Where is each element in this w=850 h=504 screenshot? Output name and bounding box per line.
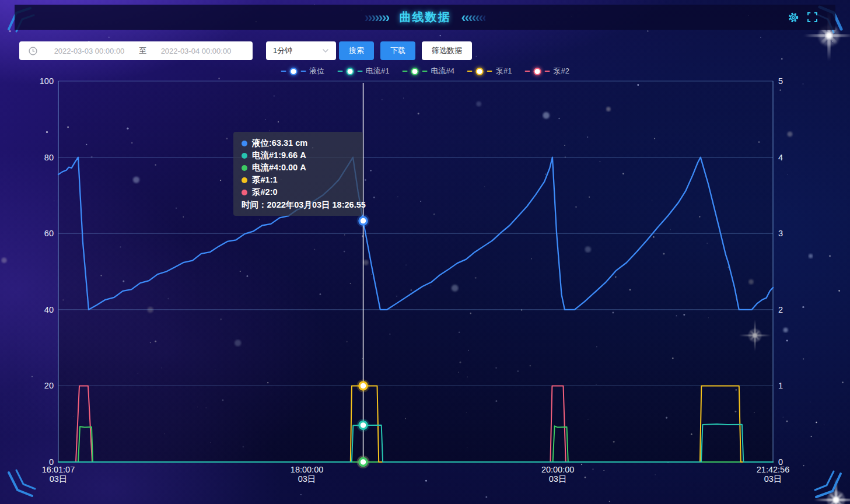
legend-label: 电流#1 <box>366 66 389 76</box>
chart-tooltip: 液位:63.31 cm 电流#1:9.66 A 电流#4:0.00 A 泵#1:… <box>233 132 363 216</box>
star <box>86 144 87 145</box>
legend-item-current-4[interactable]: 电流#4 <box>403 66 454 76</box>
star <box>54 201 55 202</box>
star <box>758 141 760 143</box>
star <box>600 161 601 162</box>
star <box>592 468 593 470</box>
left-axis-tick-label: 20 <box>44 381 54 390</box>
star <box>90 156 92 158</box>
star <box>206 407 207 408</box>
legend-label: 液位 <box>309 66 324 76</box>
x-axis-time-label: 16:01:07 <box>42 465 75 474</box>
star <box>164 433 165 434</box>
legend-item-pump-2[interactable]: 泵#2 <box>524 66 569 76</box>
tooltip-value: 泵#2:0 <box>252 187 278 198</box>
star <box>420 201 421 202</box>
star <box>653 236 655 238</box>
star <box>485 496 487 498</box>
date-range-separator: 至 <box>139 46 146 56</box>
right-axis-tick-label: 1 <box>778 381 783 390</box>
star <box>581 464 582 465</box>
star <box>779 90 781 91</box>
star <box>811 436 812 437</box>
legend-item-pump-1[interactable]: 泵#1 <box>467 66 512 76</box>
star <box>109 37 110 38</box>
legend-item-current-1[interactable]: 电流#1 <box>337 66 389 76</box>
star <box>259 219 260 219</box>
star <box>655 474 655 475</box>
crosshair-marker-halo <box>357 456 370 468</box>
star <box>786 421 788 422</box>
download-button[interactable]: 下载 <box>380 41 415 60</box>
legend-marker <box>533 68 541 75</box>
chart-legend: 液位 电流#1 电流#4 泵#1 泵#2 <box>281 66 569 76</box>
star <box>220 318 222 320</box>
search-button[interactable]: 搜索 <box>339 41 374 60</box>
right-axis-tick-label: 4 <box>778 153 783 162</box>
star-glow <box>809 254 813 258</box>
star <box>458 372 459 373</box>
end-datetime-input[interactable] <box>151 46 241 56</box>
star <box>803 358 804 359</box>
star <box>670 229 671 230</box>
star <box>405 86 406 86</box>
star <box>824 425 824 425</box>
star-glow <box>148 307 153 313</box>
interval-select[interactable]: 1分钟 <box>266 41 336 60</box>
start-datetime-input[interactable] <box>44 46 134 56</box>
gear-icon[interactable] <box>788 12 799 23</box>
title-arrows-left-icon: ››››››› <box>365 10 389 24</box>
star <box>274 95 275 97</box>
right-axis-tick-label: 2 <box>778 305 783 314</box>
star-glow <box>788 131 793 136</box>
star <box>816 422 817 423</box>
star <box>127 128 128 130</box>
fullscreen-icon[interactable] <box>806 12 818 23</box>
star-glow <box>748 279 754 285</box>
star-flare-icon <box>739 320 771 351</box>
star <box>495 400 497 402</box>
star <box>468 350 469 351</box>
tooltip-value: 电流#4:0.00 A <box>252 162 306 173</box>
left-axis-tick-label: 40 <box>44 305 54 314</box>
star <box>176 208 177 209</box>
star <box>667 461 669 463</box>
star <box>727 266 729 268</box>
legend-marker <box>346 68 354 75</box>
star <box>802 306 804 308</box>
star <box>418 113 419 114</box>
header-icon-group <box>788 5 818 30</box>
interval-select-value: 1分钟 <box>273 46 292 56</box>
star-glow <box>133 177 139 183</box>
plot-area[interactable] <box>58 81 773 462</box>
star <box>278 121 279 123</box>
curve-data-page: { "header": { "title": "曲线数据", "arrows_l… <box>0 0 850 504</box>
star <box>32 376 33 377</box>
star <box>672 358 674 359</box>
right-axis-tick-label: 0 <box>778 457 783 467</box>
star-glow <box>452 285 459 292</box>
filter-data-button[interactable]: 筛选数据 <box>422 41 472 60</box>
legend-item-liquid-level[interactable]: 液位 <box>281 66 324 76</box>
star <box>90 440 92 442</box>
star <box>120 246 121 247</box>
star <box>521 309 522 310</box>
star <box>197 407 198 407</box>
star <box>803 465 804 466</box>
star <box>517 370 519 372</box>
x-axis-date-label: 03日 <box>549 474 567 484</box>
star <box>530 365 531 367</box>
star <box>161 368 162 368</box>
star <box>138 373 138 374</box>
star <box>545 173 547 175</box>
star <box>362 235 363 237</box>
crosshair-marker-液位 <box>359 217 367 225</box>
star <box>564 145 565 146</box>
star <box>62 299 64 301</box>
star <box>637 84 639 86</box>
date-range-picker[interactable]: 至 <box>19 41 253 60</box>
star <box>676 315 677 316</box>
tooltip-value: 液位:63.31 cm <box>252 138 307 149</box>
star <box>431 285 431 286</box>
star <box>699 216 701 218</box>
